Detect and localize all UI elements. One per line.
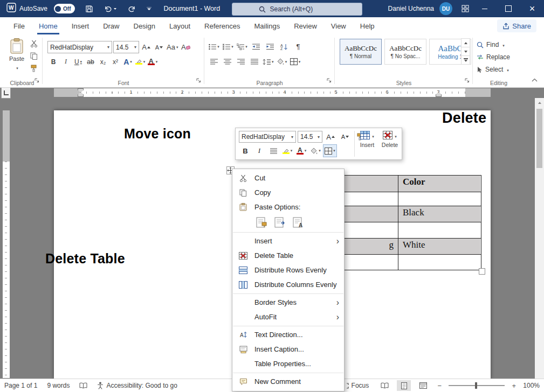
zoom-out-button[interactable]: − — [436, 382, 443, 390]
tab-help[interactable]: Help — [353, 17, 382, 34]
format-painter-icon[interactable] — [30, 65, 38, 74]
text-effects-button[interactable]: A — [122, 56, 134, 67]
proofing-icon[interactable] — [79, 382, 87, 389]
redo-button[interactable] — [124, 0, 140, 17]
search-bar[interactable] — [232, 3, 362, 16]
page-indicator[interactable]: Page 1 of 1 — [4, 382, 37, 389]
mini-borders-button[interactable] — [323, 144, 337, 157]
mini-font-color-button[interactable]: A — [295, 145, 308, 157]
autosave-toggle[interactable]: Off — [54, 4, 74, 13]
copy-icon[interactable] — [30, 52, 38, 62]
font-size-combobox[interactable]: 14.5 — [113, 41, 139, 53]
font-dialog-launcher[interactable] — [196, 75, 201, 85]
bullets-button[interactable] — [208, 41, 220, 52]
underline-button[interactable]: U — [72, 56, 84, 67]
subscript-button[interactable]: x₂ — [97, 56, 109, 67]
menu-item-insert-caption[interactable]: Insert Caption... — [232, 342, 344, 356]
mini-shrink-font-button[interactable]: A — [339, 131, 352, 143]
menu-item-cut[interactable]: Cut — [232, 171, 344, 185]
keep-text-only-icon[interactable]: A — [291, 215, 305, 229]
menu-item-new-comment[interactable]: New Comment — [232, 374, 344, 389]
word-count[interactable]: 9 words — [47, 382, 70, 389]
menu-item-delete-table[interactable]: Delete Table — [232, 248, 344, 263]
paste-button[interactable]: Paste — [5, 38, 28, 76]
clear-formatting-button[interactable]: A — [180, 41, 191, 53]
tab-design[interactable]: Design — [127, 17, 162, 34]
align-center-button[interactable] — [222, 56, 233, 67]
web-layout-button[interactable] — [416, 380, 430, 391]
mini-font-name-combobox[interactable]: RedHatDisplay — [239, 131, 296, 143]
menu-item-table-properties[interactable]: Table Properties... — [232, 356, 344, 371]
keep-source-formatting-icon[interactable] — [254, 215, 268, 229]
tab-home[interactable]: Home — [32, 17, 65, 34]
menu-item-text-direction[interactable]: A Text Direction... — [232, 327, 344, 342]
justify-button[interactable] — [249, 56, 260, 67]
font-color-button[interactable]: A — [147, 56, 159, 67]
mini-highlight-button[interactable] — [281, 145, 294, 157]
menu-item-autofit[interactable]: AutoFit — [232, 310, 344, 324]
undo-button[interactable] — [100, 0, 121, 17]
select-button[interactable]: Select — [477, 66, 509, 73]
maximize-button[interactable] — [497, 0, 520, 17]
mini-delete-button[interactable]: Delete — [379, 130, 401, 157]
close-button[interactable] — [520, 0, 544, 17]
collapse-ribbon-button[interactable] — [532, 74, 538, 84]
search-input[interactable] — [269, 5, 336, 13]
align-right-button[interactable] — [235, 56, 247, 67]
mini-font-size-combobox[interactable]: 14.5 — [298, 131, 322, 143]
align-left-button[interactable] — [208, 56, 220, 67]
menu-item-insert[interactable]: Insert — [232, 234, 344, 248]
menu-item-distribute-columns[interactable]: Distribute Columns Evenly — [232, 277, 344, 292]
print-layout-button[interactable] — [397, 380, 411, 391]
bold-button[interactable]: B — [47, 56, 59, 67]
accessibility-status[interactable]: Accessibility: Good to go — [97, 382, 177, 389]
zoom-in-button[interactable]: + — [510, 382, 518, 390]
line-spacing-button[interactable] — [262, 56, 274, 67]
mini-shading-button[interactable] — [309, 145, 322, 157]
change-case-button[interactable]: Aa — [166, 41, 178, 53]
table-cell[interactable]: White — [398, 239, 480, 254]
tab-mailings[interactable]: Mailings — [247, 17, 287, 34]
scrollbar-thumb[interactable] — [536, 109, 542, 168]
mini-grow-font-button[interactable]: A — [324, 131, 337, 143]
clipboard-dialog-launcher[interactable] — [35, 75, 39, 85]
apps-grid-icon[interactable] — [458, 0, 473, 17]
focus-button[interactable]: Focus — [342, 382, 369, 389]
table-cell[interactable]: Black — [398, 206, 480, 222]
tab-layout[interactable]: Layout — [162, 17, 197, 34]
menu-item-border-styles[interactable]: Border Styles — [232, 295, 344, 310]
scroll-up-arrow[interactable] — [535, 98, 544, 107]
decrease-indent-button[interactable] — [250, 41, 262, 52]
shrink-font-button[interactable]: A — [153, 41, 165, 53]
menu-item-copy[interactable]: Copy — [232, 185, 344, 200]
table-header-cell[interactable]: Color — [398, 176, 480, 192]
tab-insert[interactable]: Insert — [65, 17, 97, 34]
read-mode-button[interactable] — [377, 380, 391, 391]
merge-formatting-icon[interactable] — [273, 215, 287, 229]
multilevel-list-button[interactable] — [236, 41, 248, 52]
ruler-tab-selector[interactable] — [1, 87, 11, 99]
cut-icon[interactable] — [30, 40, 38, 50]
mini-list-icon[interactable] — [267, 145, 280, 157]
styles-scroll-up[interactable] — [461, 38, 470, 47]
replace-button[interactable]: Replace — [477, 53, 510, 61]
style-no-spacing[interactable]: AaBbCcDc ¶ No Spac... — [384, 39, 426, 65]
share-button[interactable]: Share — [497, 19, 536, 32]
mini-italic-button[interactable]: I — [253, 145, 266, 157]
customize-toolbar-icon[interactable] — [143, 0, 155, 17]
strikethrough-button[interactable]: ab — [85, 56, 97, 67]
table-cell[interactable] — [398, 192, 480, 206]
menu-item-distribute-rows[interactable]: Distribute Rows Evenly — [232, 263, 344, 277]
grow-font-button[interactable]: A — [140, 41, 152, 53]
numbering-button[interactable] — [222, 41, 234, 52]
styles-gallery-more[interactable] — [461, 55, 470, 65]
avatar[interactable]: DU — [439, 2, 452, 15]
tab-draw[interactable]: Draw — [96, 17, 126, 34]
minimize-button[interactable] — [473, 0, 497, 17]
show-formatting-button[interactable]: ¶ — [292, 41, 304, 52]
table-cell[interactable] — [398, 222, 480, 238]
table-resize-handle[interactable] — [479, 268, 485, 275]
mini-insert-button[interactable]: Insert — [356, 130, 378, 157]
borders-button[interactable] — [290, 56, 301, 67]
save-icon[interactable] — [81, 0, 97, 17]
